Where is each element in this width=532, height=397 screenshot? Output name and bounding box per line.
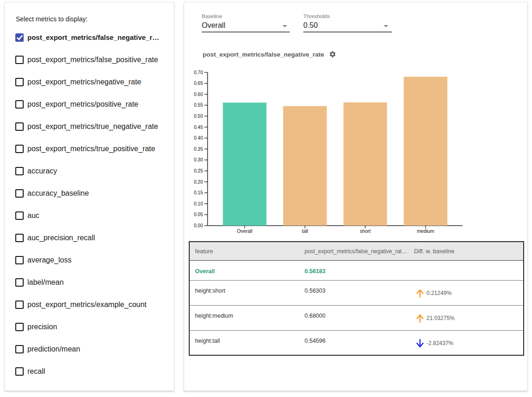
svg-text:0.05: 0.05 bbox=[194, 212, 203, 217]
svg-text:short: short bbox=[360, 228, 371, 234]
svg-text:medium: medium bbox=[417, 228, 435, 234]
svg-text:Overall: Overall bbox=[237, 228, 252, 234]
svg-text:0.55: 0.55 bbox=[194, 102, 203, 108]
svg-text:0.00: 0.00 bbox=[194, 223, 203, 228]
svg-text:0.30: 0.30 bbox=[194, 157, 203, 162]
svg-text:0.20: 0.20 bbox=[194, 179, 203, 185]
svg-text:0.70: 0.70 bbox=[194, 70, 203, 75]
svg-text:tall: tall bbox=[302, 228, 308, 234]
svg-text:0.65: 0.65 bbox=[194, 81, 203, 86]
svg-text:0.35: 0.35 bbox=[194, 147, 203, 152]
svg-text:0.45: 0.45 bbox=[194, 125, 203, 130]
svg-text:0.10: 0.10 bbox=[194, 201, 203, 206]
svg-text:0.25: 0.25 bbox=[194, 168, 203, 173]
svg-text:0.15: 0.15 bbox=[194, 190, 203, 195]
svg-text:0.50: 0.50 bbox=[194, 114, 203, 119]
svg-text:0.40: 0.40 bbox=[194, 135, 203, 141]
svg-text:0.60: 0.60 bbox=[194, 92, 203, 97]
